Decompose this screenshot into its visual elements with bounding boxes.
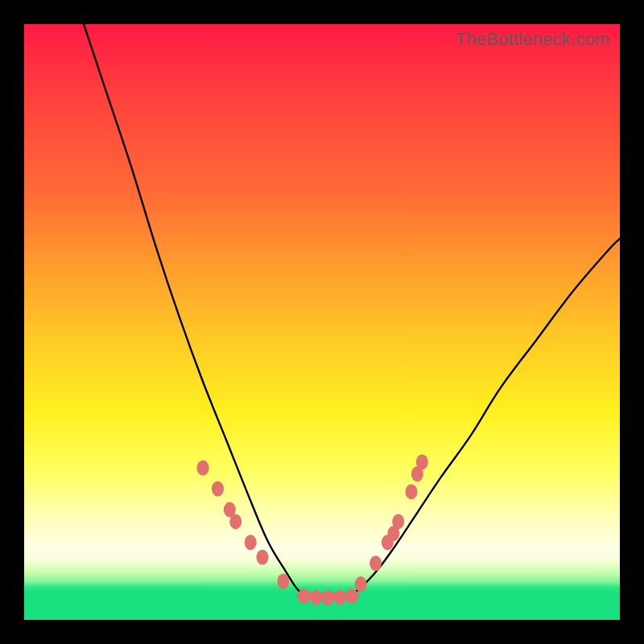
data-marker bbox=[355, 576, 367, 592]
markers-group bbox=[197, 454, 428, 605]
data-marker bbox=[416, 454, 428, 469]
data-marker bbox=[277, 573, 289, 588]
data-marker bbox=[346, 588, 358, 604]
data-marker bbox=[245, 535, 257, 550]
chart-svg bbox=[24, 24, 620, 620]
data-marker bbox=[298, 588, 310, 604]
plot-area: TheBottleneck.com bbox=[24, 24, 620, 620]
curve-left bbox=[84, 24, 310, 596]
data-marker bbox=[322, 590, 334, 605]
data-marker bbox=[369, 555, 382, 571]
chart-frame: TheBottleneck.com bbox=[0, 0, 644, 644]
data-marker bbox=[334, 589, 346, 605]
data-marker bbox=[212, 481, 224, 497]
data-marker bbox=[406, 484, 418, 499]
data-marker bbox=[310, 589, 322, 605]
data-marker bbox=[257, 550, 269, 565]
data-marker bbox=[229, 514, 242, 529]
data-marker bbox=[392, 514, 404, 529]
data-marker bbox=[197, 460, 209, 476]
